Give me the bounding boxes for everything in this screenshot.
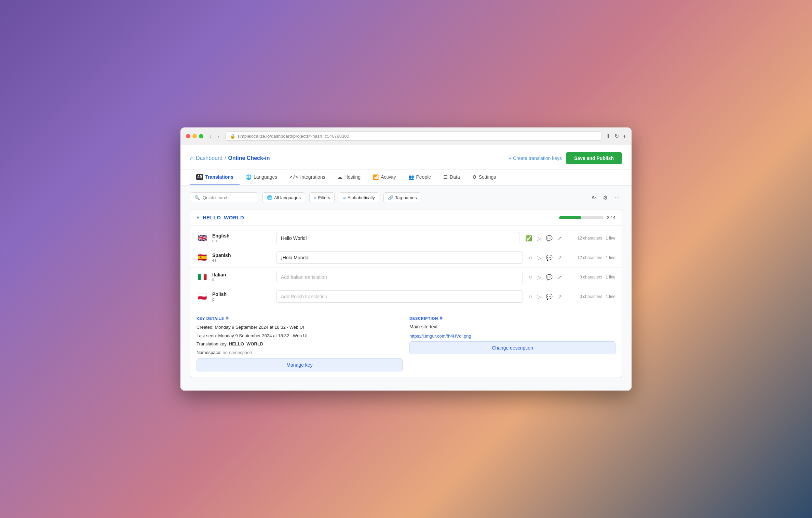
tab-data[interactable]: ☰ Data — [437, 169, 466, 185]
filters-label: Filters — [318, 195, 330, 200]
tab-data-label: Data — [450, 174, 460, 180]
translation-key-detail: Translation key: HELLO_WORLD — [197, 341, 403, 347]
tab-translations-label: Translations — [205, 174, 233, 180]
status-check-button-polish[interactable]: ○ — [528, 292, 533, 301]
browser-nav-buttons: ‹ › — [207, 133, 221, 140]
translation-input-wrap-english — [276, 232, 519, 244]
home-icon: ⌂ — [190, 155, 194, 162]
tag-names-button[interactable]: 🔗 Tag names — [383, 192, 421, 203]
main-content: 🔍 🌐 All languages ≡ Filters ≡ Alphabetic… — [180, 186, 632, 391]
integrations-icon: </> — [289, 174, 298, 180]
activity-icon: 📶 — [373, 174, 379, 180]
app-content: ⌂ Dashboard / Online Check-in + Create t… — [180, 145, 632, 391]
status-check-button-english[interactable]: ✅ — [524, 234, 533, 243]
row-actions-english: ✅ ▷ 💬 ↗ — [524, 234, 563, 243]
table-row: 🇵🇱 Polish pl ○ ▷ 💬 ↗ — [190, 287, 622, 306]
link-button-english[interactable]: ↗ — [556, 234, 563, 243]
lang-code-italian: it — [212, 277, 240, 282]
link-button-polish[interactable]: ↗ — [556, 292, 563, 301]
settings-icon: ⚙ — [472, 174, 477, 180]
maximize-button[interactable] — [199, 134, 203, 138]
all-languages-button[interactable]: 🌐 All languages — [262, 192, 305, 203]
filters-button[interactable]: ≡ Filters — [309, 192, 335, 203]
address-bar[interactable]: 🔒 simplelocalize.io/dashboard/projects/?… — [226, 132, 602, 141]
progress-bar — [559, 216, 604, 219]
toolbar: 🔍 🌐 All languages ≡ Filters ≡ Alphabetic… — [190, 192, 622, 203]
tab-integrations[interactable]: </> Integrations — [283, 169, 331, 185]
description-link[interactable]: https://i.imgur.com/fh4HVql.png — [409, 333, 615, 339]
tab-hosting[interactable]: ☁ Hosting — [331, 169, 367, 185]
forward-button[interactable]: › — [215, 133, 221, 140]
filter-icon: ≡ — [314, 195, 316, 200]
back-button[interactable]: ‹ — [207, 133, 213, 140]
play-button-spanish[interactable]: ▷ — [536, 254, 542, 262]
last-seen-detail: Last seen: Monday 9 September 2024 at 18… — [197, 332, 403, 339]
tab-languages-label: Languages — [254, 174, 277, 180]
app-header: ⌂ Dashboard / Online Check-in + Create t… — [180, 145, 632, 169]
play-button-english[interactable]: ▷ — [536, 234, 542, 243]
link-button-italian[interactable]: ↗ — [556, 273, 563, 282]
lang-info-english: English en — [212, 233, 240, 243]
comment-button-polish[interactable]: 💬 — [545, 292, 554, 301]
link-button-spanish[interactable]: ↗ — [556, 254, 563, 262]
new-tab-icon[interactable]: + — [623, 133, 626, 139]
lang-name-italian: Italian — [212, 272, 240, 277]
namespace-detail: Namespace: no namespace — [197, 349, 403, 356]
refresh-button[interactable]: ↻ — [590, 193, 598, 202]
breadcrumb-dashboard-link[interactable]: Dashboard — [196, 155, 222, 161]
play-button-italian[interactable]: ▷ — [536, 273, 542, 282]
comment-button-english[interactable]: 💬 — [545, 234, 554, 243]
toolbar-right: ↻ ⚙ ⋯ — [590, 193, 622, 202]
translation-input-wrap-spanish — [276, 251, 523, 264]
translation-input-italian[interactable] — [276, 271, 523, 283]
manage-key-button[interactable]: Manage key — [197, 358, 403, 371]
description-right: DESCRIPTION ⇅ Main site text https://i.i… — [409, 316, 615, 371]
alphabetically-button[interactable]: ≡ Alphabetically — [339, 192, 379, 203]
minimize-button[interactable] — [192, 134, 197, 138]
tag-icon: 🔗 — [388, 195, 393, 200]
search-input[interactable] — [203, 195, 251, 200]
settings-gear-button[interactable]: ⚙ — [601, 193, 610, 202]
change-description-button[interactable]: Change description — [409, 341, 615, 354]
flag-spanish: 🇪🇸 — [197, 252, 207, 263]
status-check-button-spanish[interactable]: ○ — [528, 254, 533, 262]
group-title-wrap: ▾ HELLO_WORLD — [197, 214, 244, 221]
tab-people[interactable]: 👥 People — [402, 169, 437, 185]
created-detail: Created: Monday 9 September 2024 at 18:3… — [197, 324, 403, 331]
lang-info-polish: Polish pl — [212, 291, 240, 302]
translation-input-wrap-italian — [276, 271, 523, 283]
key-details-section: KEY DETAILS ⇅ Created: Monday 9 Septembe… — [190, 309, 622, 378]
tab-people-label: People — [416, 174, 431, 180]
breadcrumb-current: Online Check-in — [228, 155, 270, 161]
browser-chrome: ‹ › 🔒 simplelocalize.io/dashboard/projec… — [180, 127, 632, 145]
table-row: 🇪🇸 Spanish es ○ ▷ 💬 — [190, 248, 622, 268]
tab-activity-label: Activity — [381, 174, 396, 180]
more-options-button[interactable]: ⋯ — [612, 193, 622, 202]
save-and-publish-button[interactable]: Save and Publish — [566, 152, 622, 164]
comment-button-spanish[interactable]: 💬 — [545, 254, 554, 262]
refresh-icon[interactable]: ↻ — [614, 133, 619, 139]
row-actions-italian: ○ ▷ 💬 ↗ — [528, 273, 563, 282]
people-icon: 👥 — [408, 174, 414, 180]
row-actions-spanish: ○ ▷ 💬 ↗ — [528, 254, 563, 262]
close-button[interactable] — [186, 134, 190, 138]
tab-activity[interactable]: 📶 Activity — [367, 169, 402, 185]
translations-icon: AB — [196, 174, 203, 180]
tab-settings[interactable]: ⚙ Settings — [466, 169, 502, 185]
tab-languages[interactable]: 🌐 Languages — [240, 169, 283, 185]
collapse-button[interactable]: ▾ — [197, 214, 199, 221]
create-translation-keys-button[interactable]: + Create translation keys — [509, 155, 562, 161]
sort-icon: ≡ — [343, 195, 346, 200]
hosting-icon: ☁ — [338, 174, 342, 180]
lang-info-spanish: Spanish es — [212, 253, 240, 263]
play-button-polish[interactable]: ▷ — [536, 292, 542, 301]
tab-translations[interactable]: AB Translations — [190, 169, 240, 185]
search-box[interactable]: 🔍 — [190, 192, 258, 203]
comment-button-italian[interactable]: 💬 — [545, 273, 554, 282]
translation-input-english[interactable] — [276, 232, 519, 244]
translation-input-polish[interactable] — [276, 290, 523, 303]
translation-input-spanish[interactable] — [276, 251, 523, 264]
progress-wrap: 2 / 4 — [559, 215, 615, 220]
status-check-button-italian[interactable]: ○ — [528, 273, 533, 281]
share-icon[interactable]: ⬆ — [606, 133, 610, 139]
